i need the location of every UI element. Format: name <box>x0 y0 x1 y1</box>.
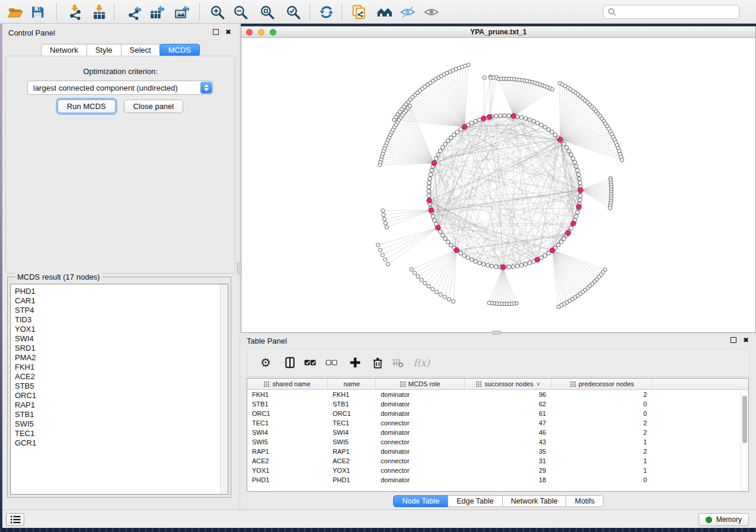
apply-function-button[interactable]: f(x) <box>413 354 430 371</box>
cell-mcds-role[interactable]: dominator <box>376 399 465 409</box>
window-zoom-light[interactable] <box>270 29 276 36</box>
table-row-yox1[interactable]: YOX1YOX1connector291 <box>247 466 748 475</box>
mcds-node-item[interactable]: FKH1 <box>15 363 228 372</box>
cell-name[interactable]: RAP1 <box>328 447 376 456</box>
float-table-panel-icon[interactable] <box>731 337 736 343</box>
mcds-node-item[interactable]: RAP1 <box>15 400 228 410</box>
export-image-button[interactable] <box>173 4 190 20</box>
mcds-node-item[interactable]: TEC1 <box>15 429 228 438</box>
column-header-name[interactable]: name <box>328 379 376 389</box>
cell-successor-nodes[interactable]: 47 <box>465 418 552 428</box>
import-table-button[interactable] <box>90 4 108 20</box>
cell-mcds-role[interactable]: connector <box>376 456 465 466</box>
show-all-button[interactable] <box>422 4 440 20</box>
cell-successor-nodes[interactable]: 35 <box>465 447 552 456</box>
zoom-fit-button[interactable] <box>258 4 276 20</box>
mcds-node-item[interactable]: GCR1 <box>15 438 228 448</box>
cell-name[interactable]: SWI5 <box>328 437 376 447</box>
cell-name[interactable]: YOX1 <box>328 466 376 475</box>
cell-predecessor-nodes[interactable]: 2 <box>552 390 653 399</box>
clear-checkboxes-button[interactable] <box>323 354 340 371</box>
mcds-node-item[interactable]: CAR1 <box>15 296 228 306</box>
window-minimize-light[interactable] <box>258 29 264 36</box>
cell-predecessor-nodes[interactable]: 2 <box>552 428 653 437</box>
memory-button[interactable]: Memory <box>698 513 749 526</box>
cell-mcds-role[interactable]: connector <box>376 418 465 428</box>
export-network-button[interactable] <box>125 4 143 20</box>
mcds-node-item[interactable]: ACE2 <box>15 372 228 382</box>
cell-shared-name[interactable]: RAP1 <box>247 447 328 456</box>
cell-name[interactable]: ORC1 <box>328 409 376 418</box>
cell-shared-name[interactable]: SWI5 <box>247 437 328 447</box>
float-panel-icon[interactable] <box>213 29 219 35</box>
tab-mcds[interactable]: MCDS <box>160 44 200 56</box>
mcds-node-item[interactable]: ORC1 <box>15 391 228 400</box>
save-session-button[interactable] <box>28 4 46 20</box>
tab-edge-table[interactable]: Edge Table <box>448 495 502 507</box>
mcds-node-item[interactable]: STB1 <box>15 410 228 419</box>
cell-name[interactable]: TEC1 <box>328 418 376 428</box>
zoom-in-button[interactable] <box>208 4 226 20</box>
cell-mcds-role[interactable]: connector <box>376 466 465 475</box>
run-mcds-button[interactable]: Run MCDS <box>58 100 116 113</box>
window-close-light[interactable] <box>246 29 253 36</box>
cell-successor-nodes[interactable]: 62 <box>465 399 552 409</box>
table-row-phd1[interactable]: PHD1PHD1dominator180 <box>247 475 748 485</box>
column-header-shared-name[interactable]: shared name <box>247 379 328 389</box>
first-neighbors-button[interactable] <box>375 4 393 20</box>
column-header-predecessor-nodes[interactable]: predecessor nodes <box>552 379 653 389</box>
table-scrollbar[interactable] <box>741 390 748 491</box>
table-row-ace2[interactable]: ACE2ACE2connector311 <box>247 456 748 466</box>
mcds-node-item[interactable]: STB5 <box>15 382 228 391</box>
criterion-select[interactable]: largest connected component (undirected) <box>27 81 213 95</box>
tab-motifs[interactable]: Motifs <box>566 495 603 507</box>
table-row-swi5[interactable]: SWI5SWI5connector431 <box>247 437 748 447</box>
mcds-node-item[interactable]: PHD1 <box>15 287 228 296</box>
table-row-fkh1[interactable]: FKH1FKH1dominator962 <box>247 390 748 399</box>
import-network-button[interactable] <box>66 4 84 20</box>
close-panel-button[interactable]: Close panel <box>124 100 184 113</box>
table-scrollbar-thumb[interactable] <box>742 396 747 443</box>
task-history-button[interactable] <box>6 513 24 526</box>
cell-shared-name[interactable]: PHD1 <box>247 475 328 485</box>
show-columns-button[interactable] <box>281 354 299 371</box>
close-table-panel-icon[interactable]: ✖ <box>743 337 749 343</box>
table-row-orc1[interactable]: ORC1ORC1dominator610 <box>247 409 748 418</box>
table-row-stb1[interactable]: STB1STB1dominator620 <box>247 399 748 409</box>
cell-successor-nodes[interactable]: 18 <box>465 475 552 485</box>
cell-successor-nodes[interactable]: 29 <box>465 466 552 475</box>
mcds-node-item[interactable]: YOX1 <box>15 325 228 334</box>
table-panel-splitter-handle[interactable] <box>492 331 501 335</box>
table-row-tec1[interactable]: TEC1TEC1connector472 <box>247 418 748 428</box>
tab-network-table[interactable]: Network Table <box>502 495 567 507</box>
select-all-checkboxes-button[interactable] <box>301 354 319 371</box>
cell-predecessor-nodes[interactable]: 1 <box>552 456 653 466</box>
network-window-titlebar[interactable]: YPA_prune.txt_1 <box>241 27 755 38</box>
mcds-node-item[interactable]: SWI4 <box>15 334 228 344</box>
cell-shared-name[interactable]: STB1 <box>247 399 328 409</box>
column-header-mcds-role[interactable]: MCDS role <box>376 379 465 389</box>
search-input[interactable] <box>619 8 735 16</box>
cell-mcds-role[interactable]: connector <box>376 437 465 447</box>
tab-select[interactable]: Select <box>121 44 160 56</box>
cell-shared-name[interactable]: ACE2 <box>247 456 328 466</box>
panel-splitter[interactable] <box>238 24 241 509</box>
cell-shared-name[interactable]: SWI4 <box>247 428 328 437</box>
cell-successor-nodes[interactable]: 61 <box>465 409 552 418</box>
tab-node-table[interactable]: Node Table <box>393 495 448 507</box>
cell-predecessor-nodes[interactable]: 2 <box>552 418 653 428</box>
export-table-button[interactable] <box>148 4 165 20</box>
cell-predecessor-nodes[interactable]: 1 <box>552 466 653 475</box>
table-row-rap1[interactable]: RAP1RAP1dominator352 <box>247 447 748 456</box>
cell-successor-nodes[interactable]: 46 <box>465 428 552 437</box>
hide-selected-button[interactable] <box>398 4 416 20</box>
cell-shared-name[interactable]: YOX1 <box>247 466 328 475</box>
mcds-node-item[interactable]: STP4 <box>15 306 228 315</box>
splitter-handle[interactable] <box>237 262 242 274</box>
refresh-view-button[interactable] <box>317 4 335 20</box>
zoom-selected-button[interactable] <box>284 4 302 20</box>
column-header-successor-nodes[interactable]: successor nodes∨ <box>465 379 552 389</box>
cell-predecessor-nodes[interactable]: 1 <box>552 437 653 447</box>
mcds-list-scrollbar[interactable] <box>220 284 228 494</box>
cell-name[interactable]: SWI4 <box>328 428 376 437</box>
